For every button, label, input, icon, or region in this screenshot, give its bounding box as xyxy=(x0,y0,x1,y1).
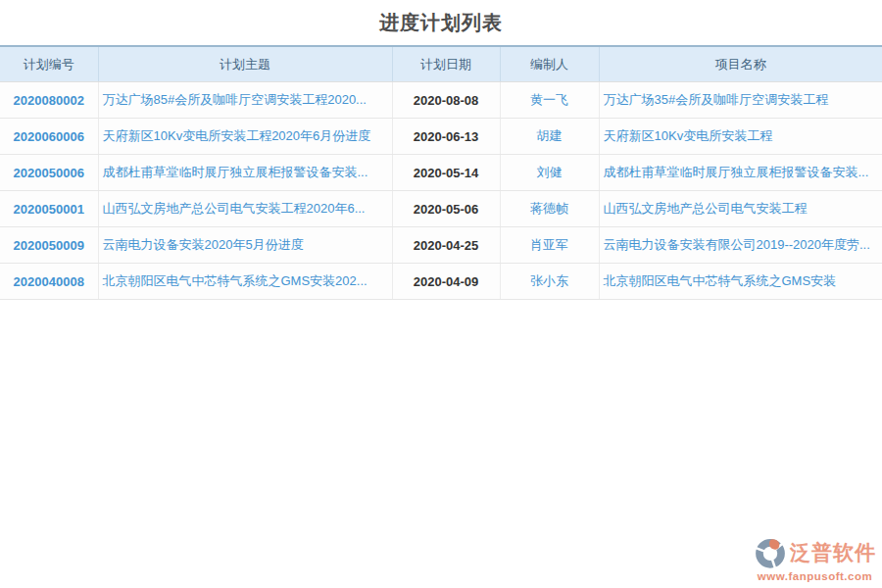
plan-date: 2020-05-14 xyxy=(392,155,500,191)
plan-number-link[interactable]: 2020050001 xyxy=(0,191,98,227)
progress-plan-table: 计划编号 计划主题 计划日期 编制人 项目名称 2020080002 万达广场8… xyxy=(0,45,882,300)
project-name-link[interactable]: 天府新区10Kv变电所安装工程 xyxy=(599,119,882,155)
project-name-link[interactable]: 万达广场35#会所及咖啡厅空调安装工程 xyxy=(599,82,882,119)
project-name-link[interactable]: 山西弘文房地产总公司电气安装工程 xyxy=(599,191,882,227)
project-name-link[interactable]: 云南电力设备安装有限公司2019--2020年度劳... xyxy=(599,227,882,264)
plan-author: 肖亚军 xyxy=(500,227,599,264)
plan-date: 2020-04-09 xyxy=(392,264,500,300)
footer-brand[interactable]: 泛普软件 www.fanpusoft.com xyxy=(754,536,876,582)
project-name-link[interactable]: 北京朝阳区电气中芯特气系统之GMS安装 xyxy=(599,264,882,300)
header-project-name[interactable]: 项目名称 xyxy=(599,46,882,82)
table-row[interactable]: 2020080002 万达广场85#会所及咖啡厅空调安装工程2020... 20… xyxy=(0,82,882,119)
table-body: 2020080002 万达广场85#会所及咖啡厅空调安装工程2020... 20… xyxy=(0,82,882,300)
plan-author: 刘健 xyxy=(500,155,599,191)
plan-number-link[interactable]: 2020040008 xyxy=(0,264,98,300)
plan-author: 胡建 xyxy=(500,119,599,155)
header-plan-number[interactable]: 计划编号 xyxy=(0,46,98,82)
plan-date: 2020-06-13 xyxy=(392,119,500,155)
fanpu-logo-icon xyxy=(754,536,787,569)
header-author[interactable]: 编制人 xyxy=(500,46,599,82)
plan-subject-link[interactable]: 万达广场85#会所及咖啡厅空调安装工程2020... xyxy=(98,82,392,119)
plan-subject-link[interactable]: 天府新区10Kv变电所安装工程2020年6月份进度 xyxy=(98,119,392,155)
plan-date: 2020-08-08 xyxy=(392,82,500,119)
plan-number-link[interactable]: 2020060006 xyxy=(0,119,98,155)
plan-date: 2020-04-25 xyxy=(392,227,500,264)
plan-number-link[interactable]: 2020080002 xyxy=(0,82,98,119)
plan-author: 蒋德帧 xyxy=(500,191,599,227)
table-row[interactable]: 2020050001 山西弘文房地产总公司电气安装工程2020年6... 202… xyxy=(0,191,882,227)
table-row[interactable]: 2020050006 成都杜甫草堂临时展厅独立展柜报警设备安装... 2020-… xyxy=(0,155,882,191)
table-row[interactable]: 2020060006 天府新区10Kv变电所安装工程2020年6月份进度 202… xyxy=(0,119,882,155)
project-name-link[interactable]: 成都杜甫草堂临时展厅独立展柜报警设备安装... xyxy=(599,155,882,191)
plan-subject-link[interactable]: 北京朝阳区电气中芯特气系统之GMS安装202... xyxy=(98,264,392,300)
plan-subject-link[interactable]: 山西弘文房地产总公司电气安装工程2020年6... xyxy=(98,191,392,227)
plan-subject-link[interactable]: 云南电力设备安装2020年5月份进度 xyxy=(98,227,392,264)
brand-name: 泛普软件 xyxy=(790,539,876,566)
plan-author: 张小东 xyxy=(500,264,599,300)
brand-url[interactable]: www.fanpusoft.com xyxy=(758,570,872,582)
plan-subject-link[interactable]: 成都杜甫草堂临时展厅独立展柜报警设备安装... xyxy=(98,155,392,191)
table-row[interactable]: 2020040008 北京朝阳区电气中芯特气系统之GMS安装202... 202… xyxy=(0,264,882,300)
page-title: 进度计划列表 xyxy=(0,10,882,36)
plan-date: 2020-05-06 xyxy=(392,191,500,227)
table-header: 计划编号 计划主题 计划日期 编制人 项目名称 xyxy=(0,46,882,82)
header-row: 计划编号 计划主题 计划日期 编制人 项目名称 xyxy=(0,46,882,82)
plan-number-link[interactable]: 2020050006 xyxy=(0,155,98,191)
plan-number-link[interactable]: 2020050009 xyxy=(0,227,98,264)
plan-author: 黄一飞 xyxy=(500,82,599,119)
table-row[interactable]: 2020050009 云南电力设备安装2020年5月份进度 2020-04-25… xyxy=(0,227,882,264)
header-plan-date[interactable]: 计划日期 xyxy=(392,46,500,82)
header-plan-subject[interactable]: 计划主题 xyxy=(98,46,392,82)
